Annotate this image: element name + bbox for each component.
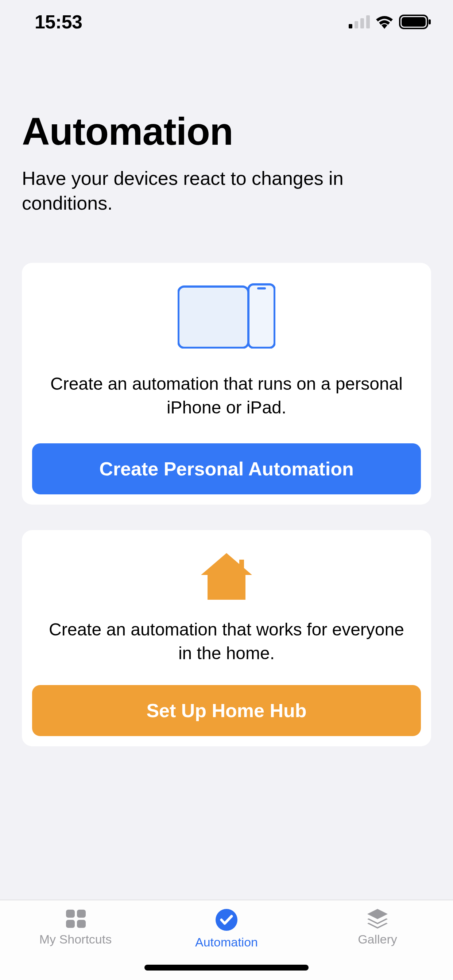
set-up-home-hub-button[interactable]: Set Up Home Hub [32, 685, 421, 736]
personal-card-text: Create an automation that runs on a pers… [32, 372, 421, 420]
svg-rect-10 [66, 910, 75, 918]
status-time: 15:53 [35, 11, 83, 33]
svg-rect-1 [354, 21, 358, 29]
svg-rect-6 [429, 19, 431, 24]
svg-rect-2 [360, 18, 364, 29]
tab-label: Automation [195, 935, 258, 950]
svg-rect-12 [66, 920, 75, 928]
layers-icon [366, 908, 389, 929]
svg-rect-0 [349, 24, 353, 29]
home-automation-card: Create an automation that works for ever… [22, 530, 431, 747]
battery-icon [399, 14, 431, 29]
tab-label: Gallery [358, 932, 397, 947]
grid-icon [65, 908, 86, 929]
home-icon [32, 553, 421, 600]
page-subtitle: Have your devices react to changes in co… [22, 166, 431, 215]
page-title: Automation [22, 110, 431, 153]
svg-rect-7 [179, 286, 248, 348]
wifi-icon [375, 15, 394, 29]
create-personal-automation-button[interactable]: Create Personal Automation [32, 443, 421, 495]
tab-my-shortcuts[interactable]: My Shortcuts [0, 908, 151, 947]
checkmark-circle-icon [215, 908, 238, 932]
home-card-text: Create an automation that works for ever… [32, 618, 421, 665]
svg-rect-13 [77, 920, 86, 928]
tab-automation[interactable]: Automation [151, 908, 302, 950]
status-icons [349, 14, 431, 29]
status-bar: 15:53 [0, 0, 453, 44]
cellular-icon [349, 15, 370, 29]
svg-rect-5 [402, 17, 426, 27]
svg-rect-9 [257, 287, 266, 290]
devices-icon [32, 283, 421, 348]
svg-rect-3 [366, 15, 370, 29]
personal-automation-card: Create an automation that runs on a pers… [22, 263, 431, 504]
tab-label: My Shortcuts [39, 932, 112, 947]
tab-gallery[interactable]: Gallery [302, 908, 453, 947]
svg-rect-11 [77, 910, 86, 918]
home-indicator[interactable] [144, 965, 309, 970]
svg-rect-8 [248, 285, 274, 348]
